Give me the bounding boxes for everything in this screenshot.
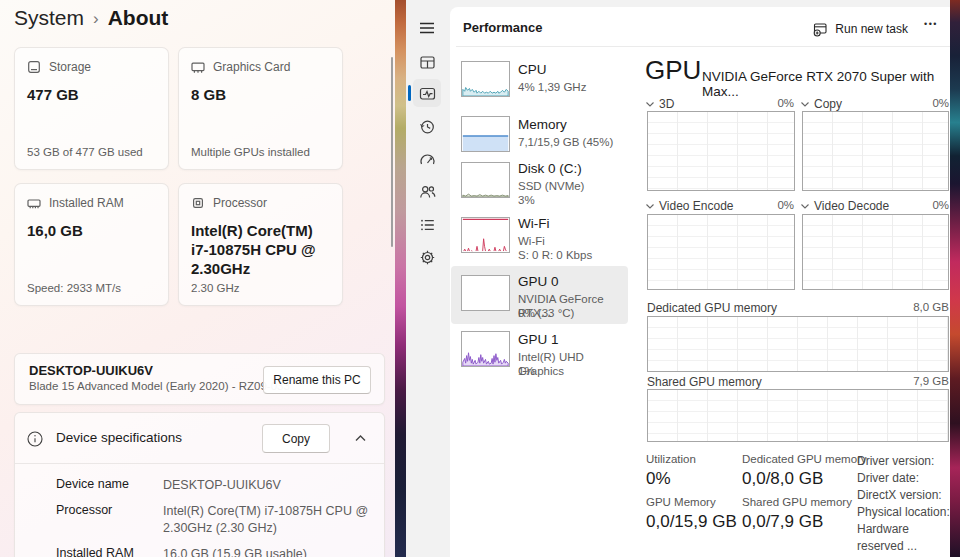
perf-item-sub: S: 0 R: 0 Kbps — [518, 248, 592, 262]
device-specifications-header[interactable]: Device specifications Copy — [15, 413, 384, 464]
shared-memory-cap: 7,9 GB — [647, 375, 949, 387]
stat-label: Dedicated GPU memory — [742, 453, 867, 465]
ram-icon — [27, 196, 41, 210]
stat-label: Shared GPU memory — [742, 496, 852, 508]
chart-section-value: 0% — [802, 199, 949, 211]
gpu1-minichart — [461, 331, 510, 367]
perf-item-name: Memory — [518, 117, 567, 132]
card-label: Graphics Card — [213, 60, 290, 74]
perf-item-cpu[interactable]: CPU 4% 1,39 GHz — [451, 56, 631, 108]
stat-label: Utilization — [646, 453, 696, 465]
chart-section-value: 0% — [802, 97, 949, 109]
nav-performance-icon[interactable] — [413, 79, 441, 107]
driver-info-line: Driver version: — [857, 453, 950, 470]
card-label: Installed RAM — [49, 196, 124, 210]
section-title: Device specifications — [56, 430, 182, 445]
perf-item-sub: 1% — [518, 364, 535, 378]
perf-item-gpu1[interactable]: GPU 1 Intel(R) UHD Graphics 1% — [451, 326, 631, 380]
run-new-task-label: Run new task — [835, 22, 908, 36]
stat-value: 0% — [646, 469, 671, 489]
nav-selected-indicator — [408, 85, 411, 101]
chevron-up-icon[interactable] — [355, 435, 366, 442]
perf-item-sub: 3% — [518, 193, 535, 207]
graphics-card-card: Graphics Card 8 GB Multiple GPUs install… — [178, 47, 343, 170]
run-new-task-button[interactable]: Run new task — [813, 17, 908, 41]
wifi-minichart — [461, 217, 510, 253]
nav-startup-apps-icon[interactable] — [413, 145, 441, 173]
perf-item-gpu0[interactable]: GPU 0 NVIDIA GeForce RTX... 0% (33 °C) — [451, 266, 628, 324]
card-value: 8 GB — [191, 85, 330, 104]
page-title: About — [108, 6, 169, 30]
hamburger-menu-icon[interactable] — [419, 21, 435, 35]
spec-label: Processor — [56, 503, 163, 537]
perf-item-disk0[interactable]: Disk 0 (C:) SSD (NVMe) 3% — [451, 157, 631, 211]
chart-section-value: 0% — [647, 97, 794, 109]
memory-minichart — [461, 116, 510, 152]
stat-label: GPU Memory — [646, 496, 716, 508]
header-divider — [456, 46, 950, 47]
shared-gpu-memory-chart — [647, 389, 949, 442]
driver-info-line: Driver date: — [857, 470, 950, 487]
driver-info-line: Physical location: — [857, 504, 950, 521]
nav-services-icon[interactable] — [413, 243, 441, 271]
spec-row: Processor Intel(R) Core(TM) i7-10875H CP… — [56, 503, 374, 537]
desktop-wallpaper-strip — [395, 0, 406, 557]
info-icon — [27, 431, 43, 447]
rename-pc-button[interactable]: Rename this PC — [263, 366, 371, 394]
settings-window: System › About Storage 477 GB 53 GB of 4… — [0, 0, 395, 557]
dedicated-gpu-memory-chart — [647, 316, 949, 372]
card-footer: Speed: 2933 MT/s — [27, 282, 121, 294]
nav-processes-icon[interactable] — [413, 48, 441, 76]
perf-item-sub: 4% 1,39 GHz — [518, 80, 586, 94]
perf-item-name: Wi-Fi — [518, 216, 549, 231]
more-options-button[interactable]: ••• — [924, 19, 938, 29]
device-name-card: DESKTOP-UUIKU6V Blade 15 Advanced Model … — [14, 353, 385, 405]
spec-label: Device name — [56, 477, 163, 494]
driver-info-list: Driver version: Driver date: DirectX ver… — [857, 453, 950, 555]
driver-info-line: DirectX version: — [857, 487, 950, 504]
perf-item-memory[interactable]: Memory 7,1/15,9 GB (45%) — [451, 111, 631, 163]
spec-label: Installed RAM — [56, 546, 163, 557]
stat-value: 0,0/8,0 GB — [742, 469, 823, 489]
nav-details-icon[interactable] — [413, 210, 441, 238]
card-value: 477 GB — [27, 85, 156, 104]
card-value: 16,0 GB — [27, 221, 156, 240]
settings-scrollbar[interactable] — [391, 57, 393, 247]
spec-row: Installed RAM 16,0 GB (15,9 GB usable) — [56, 546, 374, 557]
perf-item-name: GPU 1 — [518, 332, 559, 347]
perf-item-sub: 0% (33 °C) — [518, 306, 574, 320]
gpu0-minichart — [461, 275, 510, 311]
card-label: Processor — [213, 196, 267, 210]
breadcrumb-separator: › — [93, 8, 99, 29]
dedicated-memory-cap: 8,0 GB — [647, 301, 949, 313]
copy-button[interactable]: Copy — [262, 424, 330, 453]
spec-table: Device name DESKTOP-UUIKU6V Processor In… — [56, 477, 374, 557]
stat-value: 0,0/15,9 GB — [646, 512, 737, 532]
perf-item-sub: Wi-Fi — [518, 234, 545, 248]
perf-item-sub: SSD (NVMe) — [518, 179, 584, 193]
perf-item-wifi[interactable]: Wi-Fi Wi-Fi S: 0 R: 0 Kbps — [451, 212, 631, 266]
storage-icon — [27, 60, 41, 74]
breadcrumb: System › About — [14, 6, 168, 30]
perf-item-sub: Intel(R) UHD Graphics — [518, 350, 631, 378]
graphics-card-icon — [191, 60, 205, 74]
driver-info-line: Hardware reserved ... — [857, 521, 950, 555]
storage-card: Storage 477 GB 53 GB of 477 GB used — [14, 47, 169, 170]
card-label: Storage — [49, 60, 91, 74]
spec-value: Intel(R) Core(TM) i7-10875H CPU @ 2.30GH… — [163, 503, 374, 537]
breadcrumb-system[interactable]: System — [14, 6, 84, 30]
nav-app-history-icon[interactable] — [413, 112, 441, 140]
desktop-wallpaper-strip — [950, 0, 960, 557]
perf-item-sub: 7,1/15,9 GB (45%) — [518, 135, 613, 149]
disk-minichart — [461, 162, 510, 198]
processor-card: Processor Intel(R) Core(TM) i7-10875H CP… — [178, 183, 343, 306]
card-footer: Multiple GPUs installed — [191, 146, 310, 158]
card-footer: 53 GB of 477 GB used — [27, 146, 143, 158]
gpu-subtitle: NVIDIA GeForce RTX 2070 Super with Max..… — [702, 69, 950, 99]
device-specifications-card: Device specifications Copy Device name D… — [14, 412, 385, 557]
cpu-icon — [191, 196, 205, 210]
card-value: Intel(R) Core(TM) i7-10875H CPU @ 2.30GH… — [191, 221, 330, 278]
gpu-copy-chart — [802, 111, 949, 191]
nav-users-icon[interactable] — [413, 177, 441, 205]
perf-item-name: GPU 0 — [518, 274, 559, 289]
